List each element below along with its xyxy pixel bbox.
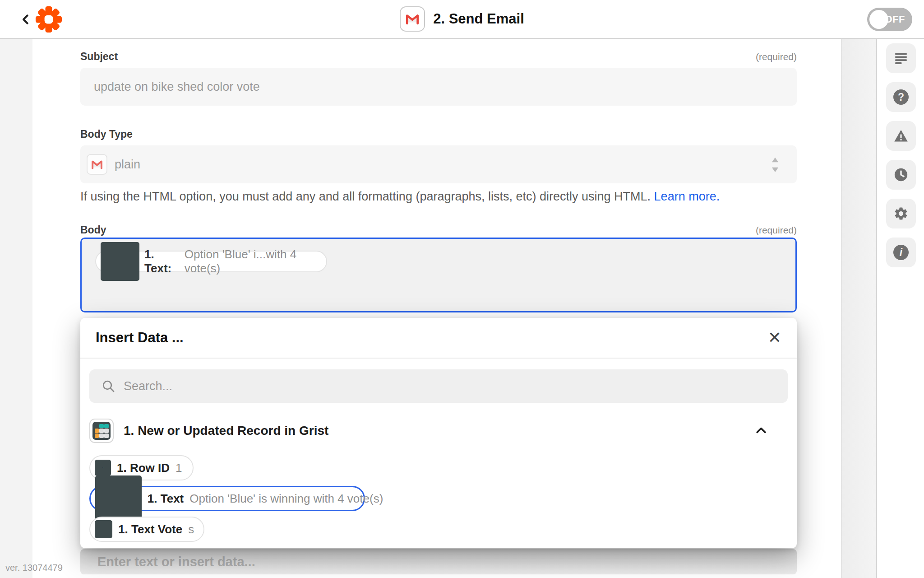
history-icon (893, 167, 909, 182)
settings-button[interactable] (886, 199, 916, 228)
close-icon[interactable]: ✕ (768, 330, 781, 346)
pill-label: 1. Row ID (117, 461, 170, 475)
zap-editor-screen: 2. Send Email OFF ? (0, 0, 924, 578)
version-label: ver. 13074479 (5, 563, 63, 573)
subject-input[interactable]: update on bike shed color vote (80, 68, 797, 106)
body-required-hint: (required) (756, 225, 797, 236)
chevron-left-icon (19, 13, 32, 26)
help-icon: ? (893, 89, 909, 105)
pill-value: 1 (176, 461, 182, 475)
warning-icon (893, 128, 909, 144)
search-input[interactable]: Search... (89, 369, 788, 403)
gmail-icon (87, 154, 107, 175)
grist-icon (95, 460, 111, 476)
search-placeholder: Search... (124, 379, 172, 393)
chevron-up-icon[interactable] (754, 424, 768, 437)
inserted-field-token[interactable]: 1. Text: Option 'Blue' i...with 4 vote(s… (95, 251, 327, 272)
modal-title: Insert Data ... (96, 330, 184, 346)
pill-label: 1. Text (148, 492, 184, 506)
right-toolbar: ? i (877, 39, 924, 578)
body-type-label-row: Body Type (80, 128, 797, 140)
body-input[interactable]: 1. Text: Option 'Blue' i...with 4 vote(s… (80, 238, 797, 312)
pill-label: 1. Text Vote (118, 522, 182, 536)
zap-on-off-toggle[interactable]: OFF (867, 8, 912, 31)
data-pill-text-vote[interactable]: 1. Text Vote s (89, 517, 204, 542)
grist-icon (95, 520, 112, 538)
step-title: 2. Send Email (433, 11, 524, 27)
body-label-row: Body (required) (80, 224, 797, 236)
back-button[interactable] (16, 10, 35, 29)
body-type-help-text: If using the HTML option, you must add a… (80, 190, 797, 204)
gmail-app-icon (400, 6, 425, 32)
insert-data-modal: Insert Data ... ✕ Search... 1. New or Up… (80, 318, 797, 548)
select-arrows-icon (770, 156, 781, 173)
notes-button[interactable] (886, 43, 916, 73)
token-field-name: 1. Text: (144, 247, 180, 275)
zapier-logo[interactable] (35, 6, 62, 33)
trigger-section-header[interactable]: 1. New or Updated Record in Grist (89, 416, 788, 445)
next-text-placeholder: Enter text or insert data... (97, 555, 255, 569)
subject-required-hint: (required) (756, 51, 797, 62)
modal-header: Insert Data ... ✕ (80, 318, 797, 359)
grist-app-icon (89, 419, 114, 443)
warnings-button[interactable] (886, 121, 916, 151)
subject-label-row: Subject (required) (80, 51, 797, 63)
info-icon: i (893, 245, 909, 260)
learn-more-link[interactable]: Learn more. (654, 190, 720, 203)
top-bar: 2. Send Email OFF (0, 0, 924, 39)
data-pill-text[interactable]: 1. Text Option 'Blue' is winning with 4 … (89, 486, 365, 511)
body-type-select[interactable]: plain (80, 145, 797, 183)
next-text-input[interactable]: Enter text or insert data... (80, 549, 797, 574)
settings-icon (893, 206, 909, 221)
body-type-value: plain (115, 158, 140, 172)
step-title-group: 2. Send Email (0, 0, 924, 38)
pill-value: s (188, 522, 194, 536)
pill-value: Option 'Blue' is winning with 4 vote(s) (189, 492, 383, 506)
scrollbar-track[interactable] (841, 39, 877, 578)
subject-value: update on bike shed color vote (94, 80, 260, 94)
search-icon (101, 379, 116, 393)
help-button[interactable]: ? (886, 82, 916, 112)
grist-icon (101, 242, 139, 281)
body-type-label: Body Type (80, 128, 133, 140)
grist-icon (95, 475, 142, 522)
section-title: 1. New or Updated Record in Grist (124, 424, 328, 438)
subject-label: Subject (80, 51, 118, 63)
toggle-state-label: OFF (885, 8, 906, 31)
token-field-value: Option 'Blue' i...with 4 vote(s) (185, 247, 316, 275)
history-button[interactable] (886, 160, 916, 190)
notes-icon (893, 51, 909, 66)
body-label: Body (80, 224, 106, 236)
info-button[interactable]: i (886, 238, 916, 267)
